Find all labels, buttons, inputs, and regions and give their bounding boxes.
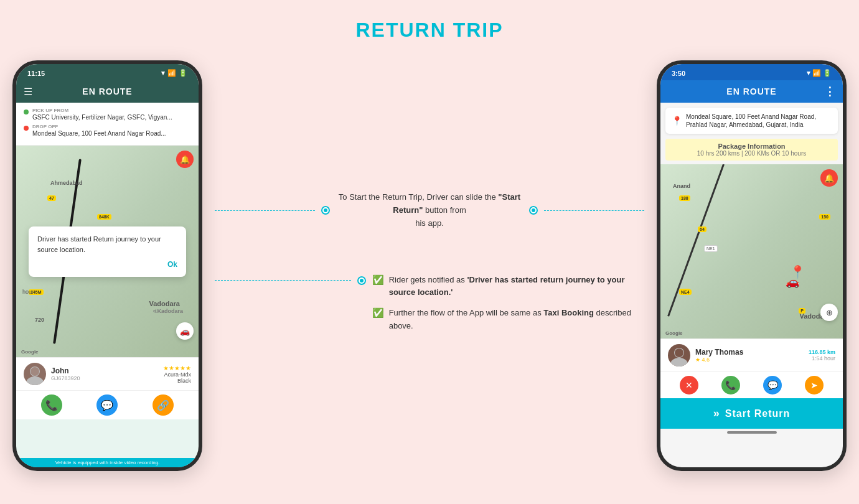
right-phone-status-icons: ▾ 📶 🔋 <box>807 69 832 77</box>
left-connector-line-top <box>215 210 315 211</box>
google-logo-right: Google <box>665 330 683 336</box>
right-map-bg: Anand 188 64 150 NE1 111 NE4 P Vadodara … <box>660 164 843 338</box>
wifi-icon-right: ▾ <box>807 69 810 77</box>
chat-button-left[interactable]: 💬 <box>96 394 118 416</box>
right-search-bar[interactable]: 📍 Mondeal Square, 100 Feet Anand Nagar R… <box>665 108 838 134</box>
road-number-848k: 848K <box>97 214 111 220</box>
driver-vehicle-name: Acura-Mdx <box>163 371 191 378</box>
right-map-anand: Anand <box>673 183 690 189</box>
phone-button-right[interactable]: 📞 <box>721 376 740 394</box>
right-phone-status-bar: 3:50 ▾ 📶 🔋 <box>660 64 843 80</box>
notification-popup: Driver has started Return journey to you… <box>29 226 186 277</box>
wifi-icon: ▾ <box>161 69 165 77</box>
road-150-right: 150 <box>819 214 830 220</box>
road-number-720: 720 <box>35 317 44 323</box>
driver-info: John GJ6783920 <box>51 366 158 381</box>
menu-icon[interactable]: ☰ <box>24 86 32 98</box>
battery-icon-right: 🔋 <box>823 69 832 77</box>
signal-icon: 📶 <box>167 69 176 77</box>
right-phone-time: 3:50 <box>672 70 685 77</box>
right-header-title: EN ROUTE <box>726 86 776 96</box>
check-icon-2: ✅ <box>372 307 384 319</box>
more-options-icon[interactable]: ⋮ <box>824 85 835 98</box>
send-button-right[interactable]: ➤ <box>805 376 824 394</box>
popup-ok-button[interactable]: Ok <box>167 260 177 269</box>
start-return-arrows-icon: » <box>713 407 720 420</box>
left-header-title: EN ROUTE <box>82 86 132 96</box>
left-map-bg: Ahmedabad 47 848K 47 NE1 720 145M Vadoda… <box>16 146 199 357</box>
signal-icon-right: 📶 <box>812 69 821 77</box>
car-icon-right: 🚗 <box>786 275 799 289</box>
rider-rating: ★ 4.6 <box>695 357 804 363</box>
driver-vehicle-info: ★★★★★ Acura-Mdx Black <box>163 365 191 384</box>
phone-button-left[interactable]: 📞 <box>41 394 62 416</box>
start-return-label: Start Return <box>725 408 790 419</box>
driver-id: GJ6783920 <box>51 375 158 381</box>
left-connector-line-bottom <box>215 280 351 281</box>
road-number-47-left: 47 <box>47 195 56 201</box>
driver-stars: ★★★★★ <box>163 365 191 371</box>
left-phone-time: 11:15 <box>27 70 45 77</box>
left-hour-label: hour <box>22 289 34 295</box>
tracking-icon-left[interactable]: 🚗 <box>176 322 194 340</box>
left-map-area: Ahmedabad 47 848K 47 NE1 720 145M Vadoda… <box>16 146 199 357</box>
rider-avatar <box>668 344 690 366</box>
locate-button[interactable]: ⊕ <box>820 304 838 321</box>
right-action-bar: ✕ 📞 💬 ➤ <box>660 371 843 398</box>
road-ne4: NE4 <box>679 289 692 295</box>
annotation-item-1: ✅ Rider gets notified as 'Driver has sta… <box>372 274 644 300</box>
search-pin-icon: 📍 <box>672 116 682 126</box>
left-phone-status-bar: 11:15 ▾ 📶 🔋 <box>16 64 199 80</box>
bell-icon-left[interactable]: 🔔 <box>176 151 194 168</box>
pickup-dot <box>24 110 29 114</box>
annotation-dot-top <box>321 206 330 215</box>
package-detail: 10 hrs 200 kms | 200 KMs OR 10 hours <box>672 150 832 157</box>
right-phone-mockup: 3:50 ▾ 📶 🔋 EN ROUTE ⋮ 📍 Mondeal Square, … <box>657 60 847 471</box>
package-info-bar: Package Information 10 hrs 200 kms | 200… <box>665 139 838 161</box>
road-188-right: 188 <box>679 195 690 201</box>
dropoff-address: Mondeal Square, 100 Feet Anand Nagar Roa… <box>32 129 166 138</box>
ne1-badge-right: NE1 <box>704 245 718 252</box>
bell-icon-right[interactable]: 🔔 <box>820 169 838 187</box>
top-annotation-row: To Start the Return Trip, Driver can sli… <box>215 191 644 230</box>
bottom-annotation-row: ✅ Rider gets notified as 'Driver has sta… <box>215 274 644 340</box>
package-title: Package Information <box>672 142 832 150</box>
pickup-label: PICK UP FROM <box>32 108 172 113</box>
dropoff-row: DROP OFF Mondeal Square, 100 Feet Anand … <box>24 124 191 138</box>
start-return-button[interactable]: » Start Return <box>660 398 843 429</box>
cancel-button-right[interactable]: ✕ <box>680 376 698 394</box>
dropoff-dot <box>24 126 29 131</box>
notification-text: Driver has started Return journey to you… <box>37 234 177 254</box>
pickup-address: GSFC University, Fertilizer Nagar, GSFC,… <box>32 113 172 121</box>
share-button-left[interactable]: 🔗 <box>153 394 174 416</box>
dropoff-label: DROP OFF <box>32 124 166 129</box>
rider-time: 1:54 hour <box>809 355 835 362</box>
page-title: RETURN TRIP <box>355 19 503 42</box>
right-phone-header: EN ROUTE ⋮ <box>660 80 843 103</box>
popup-ok-container[interactable]: Ok <box>37 258 177 269</box>
tracking-circle-left[interactable]: 🚗 <box>176 322 194 340</box>
driver-vehicle-color: Black <box>163 378 191 384</box>
annotation-item-text-1: Rider gets notified as 'Driver has start… <box>389 274 644 300</box>
rider-trip-info: 116.85 km 1:54 hour <box>809 349 835 362</box>
driver-name: John <box>51 366 158 375</box>
left-map-vadodara: Vadodara <box>149 300 180 307</box>
center-annotation-panel: To Start the Return Trip, Driver can sli… <box>209 191 650 340</box>
bottom-annotation-items: ✅ Rider gets notified as 'Driver has sta… <box>372 274 644 340</box>
annotation-item-text-2: Further the flow of the App will be same… <box>389 307 644 333</box>
battery-icon: 🔋 <box>179 69 187 77</box>
annotation-dot-bottom <box>357 276 366 285</box>
home-indicator <box>727 431 777 434</box>
driver-avatar <box>24 363 46 385</box>
rider-name: Mary Thomas <box>695 348 804 357</box>
svg-point-2 <box>31 367 39 376</box>
message-button-right[interactable]: 💬 <box>763 376 782 394</box>
svg-point-1 <box>26 376 44 385</box>
rider-distance: 116.85 km <box>809 349 835 355</box>
svg-point-5 <box>675 348 683 357</box>
check-icon-1: ✅ <box>372 274 384 286</box>
video-banner: Vehicle is equipped with inside video re… <box>16 458 199 467</box>
svg-point-4 <box>670 358 688 366</box>
right-connector-line-top <box>544 210 644 211</box>
main-content: 11:15 ▾ 📶 🔋 ☰ EN ROUTE PICK UP FROM GSFC… <box>12 60 847 471</box>
